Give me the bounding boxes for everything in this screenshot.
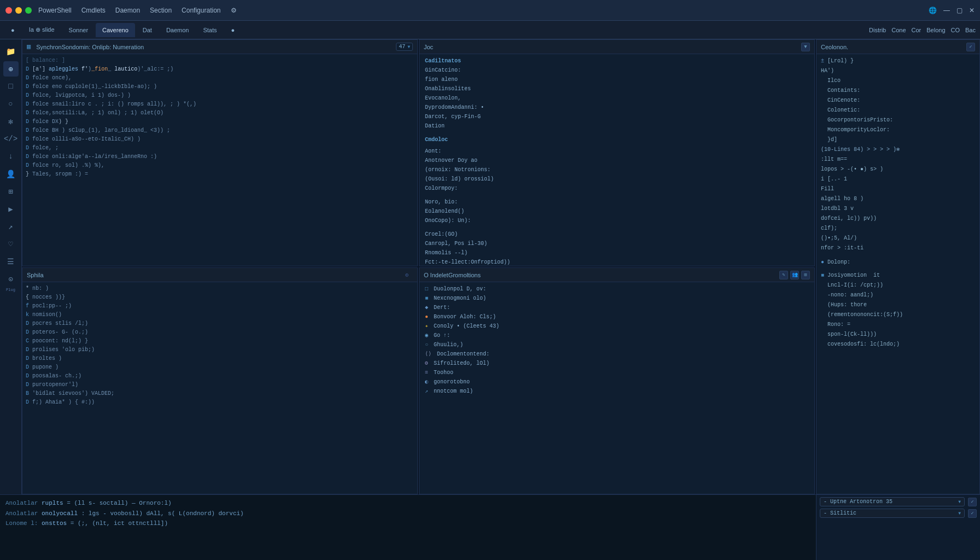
sidebar-icon-circle[interactable]: ○ <box>3 96 19 112</box>
minimize-button[interactable] <box>15 7 22 14</box>
tree-item[interactable]: ≡ Toohoo <box>423 368 811 377</box>
code-line: D purotopenor'l) <box>26 381 414 389</box>
minimize-icon[interactable]: — <box>943 7 950 14</box>
tree-item[interactable]: ◉ Go ↑: <box>423 331 811 340</box>
close-icon[interactable]: ✕ <box>969 7 975 14</box>
update-dropdown[interactable]: - Uptne Artonotron 35 ▼ <box>820 497 965 506</box>
sidebar-icon-code[interactable]: </> <box>3 131 19 147</box>
tree-item[interactable]: Noro, bio: <box>423 197 811 207</box>
panel-expand-btn2[interactable]: ⊞ <box>801 271 810 279</box>
title-bar: PowerShell Cmdlets Daemon Section Config… <box>0 0 980 21</box>
tree-section-cadiltnatos[interactable]: Cadiltnatos <box>423 56 811 66</box>
panel-top-middle-content[interactable]: Cadiltnatos GinCatcino: fion aleno Onabl… <box>419 54 814 266</box>
tree-item[interactable]: ● Bonvoor Aloh: Cls;) <box>423 312 811 322</box>
panel-right-toggle-btn[interactable]: ✓ <box>966 43 975 51</box>
tab-cor[interactable]: Cor <box>912 27 921 33</box>
tree-item[interactable]: GinCatcino: <box>423 66 811 75</box>
code-line: D prolises 'olo pib;) <box>26 346 414 354</box>
dropdown2-confirm-btn[interactable]: ✓ <box>968 509 977 518</box>
tree-item[interactable]: ✦ Conoly • (Cleets 43) <box>423 322 811 331</box>
sidebar-icon-menu[interactable]: ☰ <box>3 254 19 269</box>
sitlitic-dropdown[interactable]: - Sitlitic ▼ <box>820 509 965 518</box>
sidebar-icon-grid[interactable]: ⊞ <box>3 184 19 199</box>
menu-cmdlets[interactable]: Cmdlets <box>81 7 106 14</box>
tree-item[interactable]: ⟨⟩ Doclomentontend: <box>423 349 811 359</box>
tree-item[interactable]: Dation <box>423 121 811 131</box>
dropdown-confirm-btn[interactable]: ✓ <box>968 498 977 506</box>
tree-item[interactable]: ◆ Dert: <box>423 303 811 312</box>
tree-item[interactable]: ↗ nnotcom mol) <box>423 387 811 396</box>
tree-item[interactable]: Eolanolend() <box>423 207 811 216</box>
tree-item[interactable]: Canropl, Pos il-30) <box>423 239 811 248</box>
tab-co[interactable]: CO <box>951 27 960 33</box>
tree-item[interactable]: Aont: <box>423 147 811 156</box>
tab-bac[interactable]: Bac <box>965 27 976 33</box>
tree-item[interactable]: DyprodomAndanni: • <box>423 103 811 112</box>
tab-stats[interactable]: Stats <box>196 23 223 37</box>
tree-item[interactable]: Anotnover Doy ao <box>423 156 811 165</box>
tab-cone[interactable]: Cone <box>891 27 906 33</box>
tree-item[interactable]: (ornoix: Notronions: <box>423 165 811 174</box>
tree-item[interactable]: (Ousoi: ld) orossiol) <box>423 174 811 184</box>
tab-slide[interactable]: Ia ⊕ slide <box>22 23 61 37</box>
sidebar-icon-download[interactable]: ↓ <box>3 149 19 164</box>
panel-right-content[interactable]: ± [Lrol) } HA') Ilco Containts: CinCenot… <box>816 54 979 494</box>
tab-daemon[interactable]: Daemon <box>160 23 196 37</box>
panel-top-left-content[interactable]: [ balance: ] D [a'] apleggles f')_fion_ … <box>22 54 417 266</box>
window-right-controls: 🌐 — ▢ ✕ <box>929 7 975 14</box>
tab-dot2[interactable]: ● <box>225 23 242 37</box>
sidebar-icon-heart[interactable]: ♡ <box>3 236 19 252</box>
code-line: D [a'] apleggles f')_fion_ lautico)'_alc… <box>26 65 414 74</box>
sidebar-icon-star[interactable]: ✻ <box>3 114 19 129</box>
tree-item[interactable]: Darcot, cyp-Fin-G <box>423 112 811 121</box>
window-controls[interactable] <box>5 7 32 14</box>
panel-top-left-select[interactable]: 47 ▼ <box>396 43 413 51</box>
tree-item[interactable]: Evocanolon, <box>423 94 811 103</box>
tree-item[interactable]: ○ Ghuulio,) <box>423 340 811 349</box>
main-content: 📁 ⊕ □ ○ ✻ </> ↓ 👤 ⊞ ▶ ↗ ♡ ☰ ⊙ Plug ▦ Syn… <box>0 39 980 494</box>
tree-item[interactable]: Colormpoy: <box>423 184 811 193</box>
tree-item[interactable]: Croel:(GO) <box>423 230 811 239</box>
sidebar-icon-folder[interactable]: 📁 <box>3 44 19 59</box>
tree-section-cmdoloc[interactable]: Cmdoloc <box>423 135 811 144</box>
panel-bottom-middle-controls: ✎ 👥 ⊞ <box>779 271 810 279</box>
tree-item[interactable]: □ Duolonpol D, ov: <box>423 284 811 294</box>
panel-bottom-middle-content[interactable]: □ Duolonpol D, ov: ■ Nexcnogmoni olo) ◆ … <box>419 282 814 494</box>
panel-user-btn[interactable]: 👥 <box>790 271 799 279</box>
restore-icon[interactable]: ▢ <box>956 7 962 14</box>
sidebar-icon-add[interactable]: ⊕ <box>3 61 19 77</box>
settings-gear-icon[interactable]: ⚙ <box>231 7 237 14</box>
tree-item[interactable]: fion aleno <box>423 75 811 84</box>
menu-daemon[interactable]: Daemon <box>115 7 140 14</box>
tree-item[interactable]: ⚙ Sifrolitedo, lOl) <box>423 359 811 368</box>
tree-item[interactable]: Onablinsolites <box>423 84 811 94</box>
tree-item[interactable]: OnoCopo): Un): <box>423 216 811 225</box>
menu-configuration[interactable]: Configuration <box>182 7 220 14</box>
panel-expand-btn[interactable]: ▼ <box>801 43 810 51</box>
panel-bottom-left-content[interactable]: * nb: ) { nocces ))} f pocl:pp-- ;) k no… <box>22 282 417 494</box>
menu-section[interactable]: Section <box>150 7 172 14</box>
tree-item[interactable]: ◐ gonorotobno <box>423 377 811 387</box>
sidebar-icon-play[interactable]: ▶ <box>3 201 19 217</box>
tab-belong[interactable]: Belong <box>926 27 945 33</box>
prop-item: (rementonononcit:(S;f)) <box>820 310 976 320</box>
sidebar-icon-box[interactable]: □ <box>3 79 19 94</box>
code-line: { nocces ))} <box>26 293 414 302</box>
sidebar-icon-plug[interactable]: ⊙ <box>3 271 19 287</box>
panel-edit-btn[interactable]: ✎ <box>779 271 788 279</box>
tab-sonner[interactable]: Sonner <box>62 23 95 37</box>
tree-item[interactable]: Fct:-te-llect:Onfroptiod)) <box>423 258 811 266</box>
tab-bullet[interactable]: ● <box>4 23 21 37</box>
tab-cavereno[interactable]: Cavereno <box>96 23 135 37</box>
code-line: D folce, ; <box>26 144 414 153</box>
tab-dat[interactable]: Dat <box>136 23 159 37</box>
sidebar-icon-user[interactable]: 👤 <box>3 166 19 182</box>
menu-powershell[interactable]: PowerShell <box>38 7 72 14</box>
sidebar-icon-arrow[interactable]: ↗ <box>3 219 19 234</box>
tab-distrib[interactable]: Distrib <box>869 27 886 33</box>
tree-item[interactable]: Rnomolis --l) <box>423 248 811 258</box>
globe-icon[interactable]: 🌐 <box>929 7 937 14</box>
maximize-button[interactable] <box>25 7 32 14</box>
tree-item[interactable]: ■ Nexcnogmoni olo) <box>423 294 811 303</box>
close-button[interactable] <box>5 7 12 14</box>
